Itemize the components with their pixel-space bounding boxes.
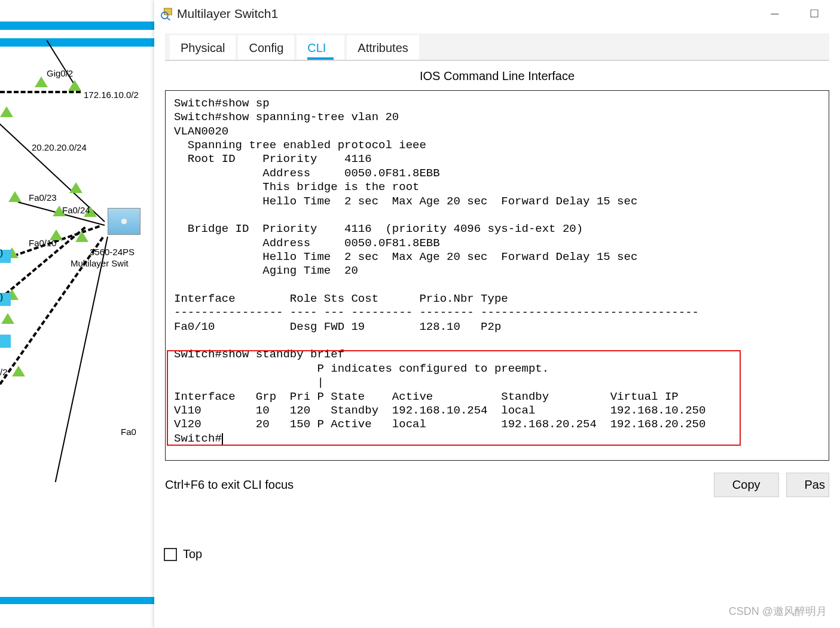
link-end-icon <box>35 76 48 87</box>
tab-label: CLI <box>307 41 326 54</box>
cli-heading: IOS Command Line Interface <box>154 61 840 87</box>
watermark-text: CSDN @邀风醉明月 <box>729 604 827 618</box>
toolbar-bar-top <box>0 22 154 30</box>
tab-cli[interactable]: CLI <box>297 35 344 60</box>
link-end-icon <box>0 106 13 117</box>
num-label: ) <box>0 247 3 258</box>
subnet-label: 20.20.20.0/24 <box>32 142 87 152</box>
link-line <box>55 237 108 482</box>
tab-bar: Physical Config CLI Attributes <box>165 33 829 61</box>
device-partial-icon <box>0 335 11 348</box>
tab-physical[interactable]: Physical <box>170 35 236 60</box>
num-label: ) <box>0 292 3 302</box>
toolbar-bar-bottom <box>0 597 154 604</box>
copy-button[interactable]: Copy <box>714 473 779 497</box>
tab-label: Physical <box>181 41 225 54</box>
link-dash <box>0 91 81 93</box>
titlebar: Multilayer Switch1 ─ ☐ <box>154 0 840 27</box>
cli-footer: Ctrl+F6 to exit CLI focus Copy Pas <box>165 473 829 497</box>
button-label: Copy <box>732 478 760 491</box>
device-model-label: 3560-24PS <box>90 247 135 257</box>
toolbar-bar-top2 <box>0 38 154 47</box>
link-end-icon <box>1 313 14 324</box>
svg-line-2 <box>167 17 170 20</box>
switch-device-icon[interactable] <box>108 208 140 235</box>
port-label: /2 <box>0 367 8 377</box>
port-label: Gig0/2 <box>47 68 73 78</box>
topology-canvas[interactable]: Gig0/2 172.16.10.0/2 20.20.20.0/24 Fa0/2… <box>0 0 154 628</box>
device-config-window: Multilayer Switch1 ─ ☐ Physical Config C… <box>154 0 840 628</box>
highlight-annotation <box>167 350 741 446</box>
top-checkbox-row: Top <box>164 547 830 561</box>
focus-hint: Ctrl+F6 to exit CLI focus <box>165 478 707 492</box>
link-line <box>46 40 75 86</box>
port-label: Fa0/23 <box>29 192 57 203</box>
window-title: Multilayer Switch1 <box>177 7 755 21</box>
minimize-button[interactable]: ─ <box>766 8 784 20</box>
tab-label: Attributes <box>358 41 408 54</box>
port-label: Fa0/24 <box>62 205 90 215</box>
magnifier-device-icon <box>160 7 173 20</box>
link-end-icon <box>69 182 83 193</box>
tab-config[interactable]: Config <box>238 35 294 60</box>
link-end-icon <box>8 191 22 202</box>
device-name-label: Multilayer Swit <box>71 258 129 268</box>
tab-label: Config <box>249 41 283 54</box>
top-checkbox-label: Top <box>183 547 202 561</box>
top-checkbox[interactable] <box>164 548 177 561</box>
port-label: Fa0/10 <box>29 238 57 248</box>
link-end-icon <box>12 366 25 376</box>
link-end-icon <box>68 80 81 91</box>
tab-attributes[interactable]: Attributes <box>347 35 419 60</box>
cli-terminal[interactable]: Switch#show sp Switch#show spanning-tree… <box>165 90 829 461</box>
port-label: Fa0 <box>121 427 136 437</box>
subnet-label: 172.16.10.0/2 <box>84 90 139 100</box>
button-label: Pas <box>805 478 825 491</box>
paste-button[interactable]: Pas <box>786 473 829 497</box>
maximize-button[interactable]: ☐ <box>805 7 823 20</box>
link-end-icon <box>75 231 88 242</box>
